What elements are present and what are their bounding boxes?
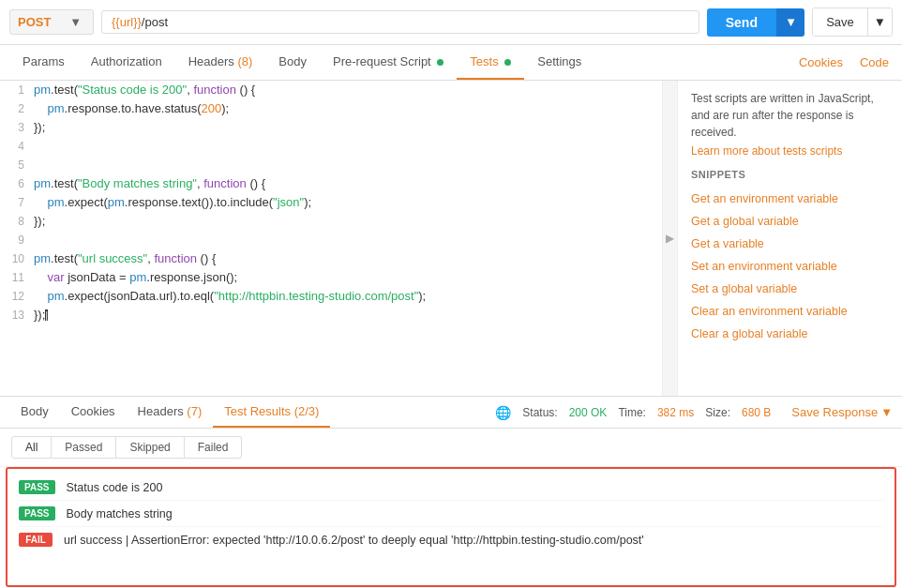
test-results-list: PASS Status code is 200 PASS Body matche…	[6, 467, 896, 587]
code-line-8: 8 });	[0, 212, 677, 231]
response-status-bar: 🌐 Status: 200 OK Time: 382 ms Size: 680 …	[495, 405, 893, 420]
method-value: POST	[18, 15, 51, 29]
url-bar: POST ▼ {{url}}/post Send ▼ Save ▼	[0, 0, 902, 45]
code-line-11: 11 var jsonData = pm.response.json();	[0, 268, 677, 287]
url-template: {{url}}	[112, 15, 142, 29]
snippet-set-env-var[interactable]: Set an environment variable	[691, 255, 889, 278]
resp-tab-cookies[interactable]: Cookies	[60, 397, 127, 428]
test-result-3-message: url success | AssertionError: expected '…	[64, 534, 644, 547]
response-area: Body Cookies Headers (7) Test Results (2…	[0, 396, 902, 588]
test-result-3: FAIL url success | AssertionError: expec…	[19, 526, 883, 552]
code-line-9: 9	[0, 231, 677, 249]
snippets-panel: Test scripts are written in JavaScript, …	[677, 81, 902, 396]
resp-tab-headers[interactable]: Headers (7)	[127, 397, 214, 428]
tab-right-links: Cookies Code	[795, 46, 893, 79]
time-label: Time:	[618, 406, 646, 419]
status-label: Status:	[522, 406, 557, 419]
snippet-clear-global-var[interactable]: Clear a global variable	[691, 323, 889, 345]
test-result-1: PASS Status code is 200	[19, 475, 883, 500]
snippet-set-global-var[interactable]: Set a global variable	[691, 278, 889, 300]
filter-all[interactable]: All	[11, 436, 52, 459]
code-line-6: 6 pm.test("Body matches string", functio…	[0, 174, 677, 193]
code-line-5: 5	[0, 156, 677, 174]
snippet-get-global-var[interactable]: Get a global variable	[691, 210, 889, 233]
test-result-2-message: Body matches string	[67, 507, 173, 520]
code-line-10: 10 pm.test("url success", function () {	[0, 249, 677, 268]
code-editor-wrap: 1 pm.test("Status code is 200", function…	[0, 81, 677, 396]
code-line-1: 1 pm.test("Status code is 200", function…	[0, 81, 677, 99]
filter-tabs: All Passed Skipped Failed	[0, 429, 902, 467]
test-result-1-badge: PASS	[19, 480, 55, 494]
snippets-learn-link[interactable]: Learn more about tests scripts	[691, 144, 889, 158]
save-button[interactable]: Save	[813, 8, 867, 36]
code-link[interactable]: Code	[856, 46, 893, 79]
status-value: 200 OK	[569, 406, 608, 419]
code-line-2: 2 pm.response.to.have.status(200);	[0, 99, 677, 118]
save-response-arrow-icon: ▼	[880, 405, 893, 419]
send-dropdown-button[interactable]: ▼	[776, 8, 804, 37]
method-arrow-icon: ▼	[69, 15, 82, 29]
time-value: 382 ms	[657, 406, 694, 419]
tab-settings[interactable]: Settings	[524, 45, 594, 80]
filter-failed[interactable]: Failed	[185, 436, 243, 459]
code-line-3: 3 });	[0, 118, 677, 137]
save-dropdown-button[interactable]: ▼	[867, 8, 892, 36]
code-line-4: 4	[0, 137, 677, 156]
send-btn-group: Send ▼	[707, 8, 804, 37]
request-tabs: Params Authorization Headers (8) Body Pr…	[0, 45, 902, 81]
test-result-1-message: Status code is 200	[67, 481, 163, 494]
snippet-get-var[interactable]: Get a variable	[691, 233, 889, 255]
cookies-link[interactable]: Cookies	[795, 46, 847, 79]
code-editor[interactable]: 1 pm.test("Status code is 200", function…	[0, 81, 677, 396]
save-response-button[interactable]: Save Response ▼	[791, 405, 893, 419]
test-result-3-badge: FAIL	[19, 533, 53, 547]
url-path: /post	[142, 15, 168, 29]
resp-tab-testresults[interactable]: Test Results (2/3)	[213, 397, 330, 428]
snippet-get-env-var[interactable]: Get an environment variable	[691, 188, 889, 210]
tab-params[interactable]: Params	[9, 45, 78, 80]
test-result-2: PASS Body matches string	[19, 500, 883, 526]
tab-prerequest[interactable]: Pre-request Script	[320, 45, 457, 80]
size-label: Size:	[705, 406, 730, 419]
tab-body[interactable]: Body	[265, 45, 320, 80]
globe-icon: 🌐	[495, 405, 511, 420]
code-line-12: 12 pm.expect(jsonData.url).to.eql("http:…	[0, 287, 677, 306]
save-btn-group: Save ▼	[812, 8, 893, 37]
tab-headers[interactable]: Headers (8)	[175, 45, 266, 80]
code-line-13: 13 });|	[0, 306, 677, 324]
response-tabs: Body Cookies Headers (7) Test Results (2…	[0, 397, 902, 429]
save-response-label: Save Response	[791, 405, 878, 419]
collapse-arrow-icon[interactable]: ▶	[666, 232, 674, 245]
filter-skipped[interactable]: Skipped	[116, 436, 184, 459]
snippet-clear-env-var[interactable]: Clear an environment variable	[691, 300, 889, 323]
code-line-7: 7 pm.expect(pm.response.text()).to.inclu…	[0, 193, 677, 212]
send-button[interactable]: Send	[707, 8, 776, 37]
tab-tests[interactable]: Tests	[457, 45, 524, 80]
main-content: 1 pm.test("Status code is 200", function…	[0, 81, 902, 396]
snippets-description: Test scripts are written in JavaScript, …	[691, 90, 889, 141]
snippets-title: SNIPPETS	[691, 169, 889, 180]
method-select[interactable]: POST ▼	[9, 9, 94, 35]
resp-tab-body[interactable]: Body	[9, 397, 60, 428]
test-result-2-badge: PASS	[19, 506, 55, 520]
filter-passed[interactable]: Passed	[52, 436, 116, 459]
size-value: 680 B	[742, 406, 771, 419]
tab-authorization[interactable]: Authorization	[78, 45, 175, 80]
